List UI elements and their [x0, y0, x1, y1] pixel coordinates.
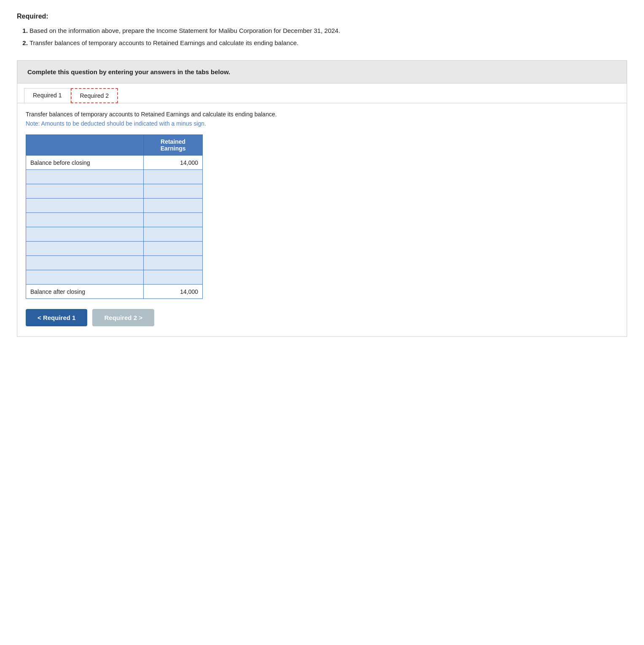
numbered-list: Based on the information above, prepare …: [30, 26, 627, 48]
row-label-5[interactable]: [26, 227, 144, 242]
tab-required-2[interactable]: Required 2: [71, 88, 118, 103]
row-label-3[interactable]: [26, 199, 144, 213]
row-label-1[interactable]: [26, 170, 144, 184]
table-row: Balance after closing14,000: [26, 285, 203, 299]
row-value-7[interactable]: [144, 256, 203, 270]
table-row: Balance before closing14,000: [26, 156, 203, 170]
row-value-5[interactable]: [144, 227, 203, 242]
tabs-wrapper: Required 1 Required 2 Transfer balances …: [17, 83, 627, 337]
list-item-2: Transfer balances of temporary accounts …: [30, 38, 627, 48]
col2-header: Retained Earnings: [144, 135, 203, 156]
row-label-2[interactable]: [26, 184, 144, 199]
prev-button[interactable]: < Required 1: [26, 309, 87, 326]
table-header-row: Retained Earnings: [26, 135, 203, 156]
table-row[interactable]: [26, 270, 203, 285]
data-table: Retained Earnings Balance before closing…: [26, 134, 203, 299]
row-value-6[interactable]: [144, 242, 203, 256]
row-label-7[interactable]: [26, 256, 144, 270]
row-value-8[interactable]: [144, 270, 203, 285]
row-label-8[interactable]: [26, 270, 144, 285]
list-item-1: Based on the information above, prepare …: [30, 26, 627, 36]
row-value-2[interactable]: [144, 184, 203, 199]
nav-buttons: < Required 1 Required 2 >: [26, 309, 618, 326]
table-row[interactable]: [26, 256, 203, 270]
next-button[interactable]: Required 2 >: [92, 309, 154, 326]
instruction-text: Transfer balances of temporary accounts …: [26, 111, 618, 118]
table-row[interactable]: [26, 242, 203, 256]
tab-content: Transfer balances of temporary accounts …: [17, 103, 627, 336]
row-value-9: 14,000: [144, 285, 203, 299]
note-text: Note: Amounts to be deducted should be i…: [26, 120, 618, 127]
row-value-4[interactable]: [144, 213, 203, 227]
required-heading: Required:: [17, 13, 627, 20]
col1-header: [26, 135, 144, 156]
table-row[interactable]: [26, 184, 203, 199]
tabs-row: Required 1 Required 2: [17, 83, 627, 103]
complete-box: Complete this question by entering your …: [17, 60, 627, 83]
row-value-0: 14,000: [144, 156, 203, 170]
table-row[interactable]: [26, 213, 203, 227]
table-row[interactable]: [26, 199, 203, 213]
row-value-1[interactable]: [144, 170, 203, 184]
row-label-6[interactable]: [26, 242, 144, 256]
row-label-9: Balance after closing: [26, 285, 144, 299]
table-row[interactable]: [26, 227, 203, 242]
tab-required-1[interactable]: Required 1: [24, 88, 71, 103]
row-label-0: Balance before closing: [26, 156, 144, 170]
row-label-4[interactable]: [26, 213, 144, 227]
table-row[interactable]: [26, 170, 203, 184]
row-value-3[interactable]: [144, 199, 203, 213]
